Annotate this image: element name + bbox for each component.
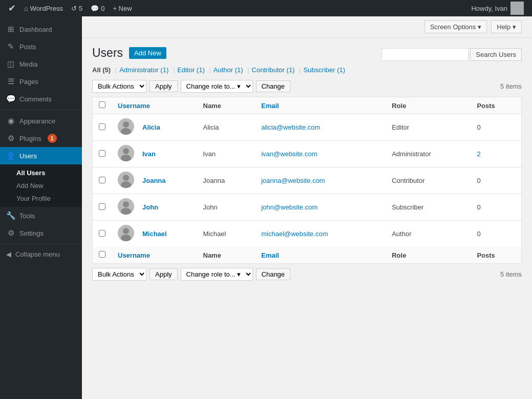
apply-button-bottom[interactable]: Apply xyxy=(150,268,178,280)
change-button-top[interactable]: Change xyxy=(256,80,291,92)
row-checkbox[interactable] xyxy=(99,150,105,157)
posts-cell: 0 xyxy=(471,221,521,247)
role-cell: Editor xyxy=(386,114,471,141)
help-button[interactable]: Help ▾ xyxy=(491,20,522,33)
sidebar-item-tools[interactable]: 🔧 Tools xyxy=(0,207,82,224)
sidebar-item-users[interactable]: 👤 Users ► xyxy=(0,147,82,164)
collapse-icon: ◀ xyxy=(6,250,11,258)
sidebar-item-appearance[interactable]: ◉ Appearance xyxy=(0,112,82,130)
email-link[interactable]: michael@website.com xyxy=(261,230,328,238)
row-checkbox[interactable] xyxy=(99,203,105,210)
title-search-area: Search Users Users Add New xyxy=(92,46,522,66)
sidebar-item-media[interactable]: ◫ Media xyxy=(0,55,82,73)
items-count-bottom: 5 items xyxy=(500,270,522,278)
email-link[interactable]: joanna@website.com xyxy=(261,177,325,184)
posts-footer-column-header: Posts xyxy=(471,247,521,264)
apply-button-top[interactable]: Apply xyxy=(150,80,178,92)
email-link[interactable]: john@website.com xyxy=(261,203,317,211)
sidebar-item-add-new-user[interactable]: Add New xyxy=(0,179,82,192)
select-all-footer-column xyxy=(93,247,112,264)
username-link[interactable]: Ivan xyxy=(142,150,156,158)
filter-contributor[interactable]: Contributor (1) | xyxy=(252,66,304,74)
row-checkbox[interactable] xyxy=(99,177,105,183)
adminbar-updates[interactable]: ↺ 5 xyxy=(67,0,87,16)
sidebar-item-posts[interactable]: ✎ Posts xyxy=(0,38,82,55)
collapse-menu-button[interactable]: ◀ Collapse menu xyxy=(0,246,82,262)
avatar-cell xyxy=(112,221,136,247)
filter-editor[interactable]: Editor (1) | xyxy=(177,66,214,74)
add-new-user-button[interactable]: Add New xyxy=(129,47,166,59)
username-link[interactable]: Joanna xyxy=(142,177,166,184)
username-column-header[interactable]: Username xyxy=(112,97,197,114)
comments-icon: 💬 xyxy=(6,94,15,103)
sidebar-item-dashboard[interactable]: ⊞ Dashboard xyxy=(0,20,82,38)
search-users-button[interactable]: Search Users xyxy=(470,48,522,61)
select-all-checkbox[interactable] xyxy=(99,101,105,108)
appearance-icon: ◉ xyxy=(6,116,15,125)
screen-options-arrow-icon: ▾ xyxy=(478,23,481,31)
adminbar-comments[interactable]: 💬 0 xyxy=(87,0,109,16)
avatar-cell xyxy=(112,194,136,221)
email-column-header[interactable]: Email xyxy=(255,97,386,114)
username-link[interactable]: Alicia xyxy=(142,123,160,131)
username-link[interactable]: John xyxy=(142,203,158,211)
svg-point-10 xyxy=(123,201,129,207)
row-checkbox[interactable] xyxy=(99,123,105,130)
table-footer: Username Name Email Role Posts xyxy=(93,247,522,264)
avatar xyxy=(118,145,134,161)
select-all-footer-checkbox[interactable] xyxy=(99,251,105,258)
filter-subscriber[interactable]: Subscriber (1) xyxy=(303,66,345,74)
content-topbar: Screen Options ▾ Help ▾ xyxy=(82,16,532,38)
adminbar-new[interactable]: + New xyxy=(109,0,136,16)
table-row: MichaelMichaelmichael@website.comAuthor0 xyxy=(93,221,522,247)
media-icon: ◫ xyxy=(6,59,15,69)
howdy-message[interactable]: Howdy, Ivan xyxy=(467,2,528,15)
avatar-cell xyxy=(112,141,136,167)
table-header: Username Name Email Role Posts xyxy=(93,97,522,114)
content-wrap: ⊞ Dashboard ✎ Posts ◫ Media ☰ Pages 💬 Co… xyxy=(0,16,532,399)
email-footer-column-header[interactable]: Email xyxy=(255,247,386,264)
page-title: Users xyxy=(92,46,123,60)
change-role-select-bottom[interactable]: Change role to... ▾ xyxy=(181,268,253,281)
pages-icon: ☰ xyxy=(6,77,15,86)
wp-logo[interactable]: ✔ xyxy=(4,3,20,14)
sidebar-item-settings[interactable]: ⚙ Settings xyxy=(0,224,82,242)
change-role-select-top[interactable]: Change role to... ▾ xyxy=(181,80,253,93)
username-cell: Alicia xyxy=(136,114,197,141)
username-cell: Michael xyxy=(136,221,197,247)
users-icon: 👤 xyxy=(6,151,15,160)
sidebar: ⊞ Dashboard ✎ Posts ◫ Media ☰ Pages 💬 Co… xyxy=(0,16,82,399)
row-checkbox[interactable] xyxy=(99,230,105,237)
sidebar-item-pages[interactable]: ☰ Pages xyxy=(0,73,82,90)
posts-link[interactable]: 2 xyxy=(477,150,480,158)
sidebar-item-plugins[interactable]: ⚙ Plugins 1 xyxy=(0,130,82,147)
filter-administrator[interactable]: Administrator (1) | xyxy=(119,66,177,74)
table-row: JohnJohnjohn@website.comSubscriber0 xyxy=(93,194,522,221)
filter-all[interactable]: All (5) | xyxy=(92,66,119,74)
plugins-badge: 1 xyxy=(48,134,57,143)
email-link[interactable]: ivan@website.com xyxy=(261,150,317,158)
posts-icon: ✎ xyxy=(6,42,15,51)
username-footer-column-header[interactable]: Username xyxy=(112,247,197,264)
avatar xyxy=(118,118,134,135)
bottom-tablenav: Bulk Actions Apply Change role to... ▾ C… xyxy=(92,268,522,281)
sidebar-item-all-users[interactable]: All Users xyxy=(0,166,82,179)
admin-bar: ✔ ⌂ WordPress ↺ 5 💬 0 + New Howdy, Ivan xyxy=(0,0,532,16)
bulk-actions-select-bottom[interactable]: Bulk Actions xyxy=(92,268,146,281)
users-arrow-icon: ► xyxy=(73,147,82,164)
posts-value: 0 xyxy=(477,203,480,211)
email-link[interactable]: alicia@website.com xyxy=(261,123,320,131)
sidebar-item-your-profile[interactable]: Your Profile xyxy=(0,192,82,205)
bulk-actions-select-top[interactable]: Bulk Actions xyxy=(92,80,146,93)
screen-options-button[interactable]: Screen Options ▾ xyxy=(424,20,487,33)
user-avatar-adminbar xyxy=(510,2,524,15)
search-input[interactable] xyxy=(381,48,469,61)
username-link[interactable]: Michael xyxy=(142,230,167,238)
posts-cell: 2 xyxy=(471,141,521,167)
sidebar-item-comments[interactable]: 💬 Comments xyxy=(0,90,82,108)
filter-author[interactable]: Author (1) | xyxy=(214,66,252,74)
change-button-bottom[interactable]: Change xyxy=(256,268,291,280)
posts-value: 0 xyxy=(477,123,480,131)
posts-cell: 0 xyxy=(471,167,521,194)
adminbar-home[interactable]: ⌂ WordPress xyxy=(20,0,67,16)
